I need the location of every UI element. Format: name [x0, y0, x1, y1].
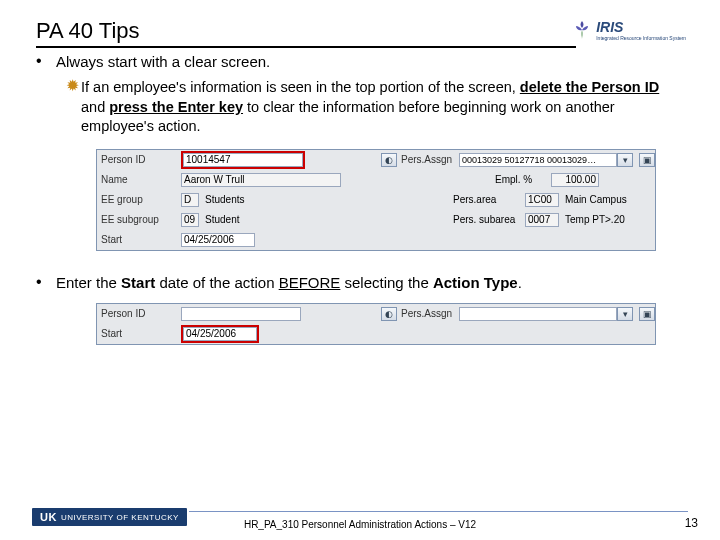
field-empl-pct: 100.00 — [551, 173, 599, 187]
field-ee-group-code: D — [181, 193, 199, 207]
label-pers-assgn: Pers.Assgn — [397, 153, 459, 167]
label-pers-area: Pers.area — [453, 193, 525, 207]
label-ee-group: EE group — [97, 193, 181, 207]
org-assignment-icon[interactable]: ▣ — [639, 153, 655, 167]
field-pers-subarea-code: 0007 — [525, 213, 559, 227]
iris-logo-text: IRIS — [596, 19, 686, 35]
dropdown-icon[interactable]: ▾ — [617, 153, 633, 167]
bullet-2-text: Enter the Start date of the action BEFOR… — [56, 273, 684, 293]
label-person-id: Person ID — [97, 153, 181, 167]
field-name: Aaron W Trull — [181, 173, 341, 187]
field-ee-subgroup-code: 09 — [181, 213, 199, 227]
iris-logo: IRIS Integrated Resource Information Sys… — [570, 18, 686, 42]
text-ee-group: Students — [205, 193, 305, 207]
text-pers-subarea: Temp PT>.20 — [565, 213, 655, 227]
field-pers-assgn-2[interactable] — [459, 307, 617, 321]
sap-form-screenshot-2: Person ID ◐ Pers.Assgn ▾ ▣ Start 04/25/2… — [96, 303, 656, 345]
uk-logo-prefix: UK — [40, 511, 57, 523]
highlight-start-date: 04/25/2006 — [181, 325, 259, 343]
iris-flower-icon — [570, 18, 594, 42]
field-pers-assgn[interactable]: 00013029 50127718 00013029… — [459, 153, 617, 167]
field-start-1[interactable]: 04/25/2006 — [181, 233, 255, 247]
bullet-dot-icon: • — [36, 52, 56, 72]
text-pers-area: Main Campus — [565, 193, 655, 207]
footer-divider — [189, 511, 688, 512]
star-icon: ✹ — [66, 78, 79, 137]
label-pers-assgn-2: Pers.Assgn — [397, 307, 459, 321]
iris-logo-subtext: Integrated Resource Information System — [596, 35, 686, 41]
page-title: PA 40 Tips — [36, 18, 576, 48]
label-pers-subarea: Pers. subarea — [453, 213, 525, 227]
search-help-icon[interactable]: ◐ — [381, 153, 397, 167]
bullet-dot-icon: • — [36, 273, 56, 293]
text-ee-subgroup: Student — [205, 213, 305, 227]
page-number: 13 — [685, 516, 698, 530]
label-start: Start — [97, 233, 181, 247]
field-start-2[interactable]: 04/25/2006 — [183, 327, 257, 341]
label-ee-subgroup: EE subgroup — [97, 213, 181, 227]
search-help-icon[interactable]: ◐ — [381, 307, 397, 321]
highlight-person-id: 10014547 — [181, 151, 305, 169]
label-person-id-2: Person ID — [97, 307, 181, 321]
label-name: Name — [97, 173, 181, 187]
label-start-2: Start — [97, 327, 181, 341]
field-person-id-2[interactable] — [181, 307, 301, 321]
field-pers-area-code: 1C00 — [525, 193, 559, 207]
sub-bullet-1-text: If an employee's information is seen in … — [81, 78, 684, 137]
footer-center-text: HR_PA_310 Personnel Administration Actio… — [244, 519, 476, 530]
field-person-id[interactable]: 10014547 — [183, 153, 303, 167]
label-empl-pct: Empl. % — [491, 173, 551, 187]
uk-logo-text: UNIVERSITY OF KENTUCKY — [61, 513, 179, 522]
org-assignment-icon[interactable]: ▣ — [639, 307, 655, 321]
dropdown-icon[interactable]: ▾ — [617, 307, 633, 321]
sap-form-screenshot-1: Person ID 10014547 ◐ Pers.Assgn 00013029… — [96, 149, 656, 251]
uk-logo-badge: UK UNIVERSITY OF KENTUCKY — [32, 508, 187, 526]
bullet-1-text: Always start with a clear screen. — [56, 52, 684, 72]
